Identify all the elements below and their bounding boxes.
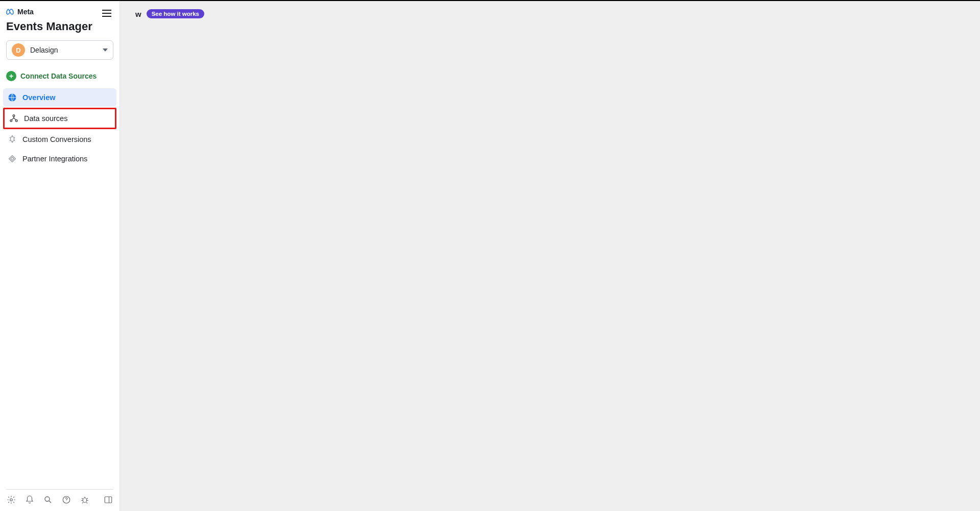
top-bar: w See how it works <box>135 9 204 18</box>
annotation-highlight-box: Data sources <box>3 108 116 129</box>
plus-icon: + <box>6 71 16 81</box>
star-badge-icon <box>7 134 17 144</box>
svg-rect-5 <box>11 157 14 160</box>
see-how-it-works-pill[interactable]: See how it works <box>147 9 204 18</box>
svg-point-9 <box>83 498 87 502</box>
meta-logo-icon <box>6 9 15 15</box>
sidebar-header: Meta Events Manager <box>0 1 119 37</box>
account-name: Delasign <box>30 46 103 54</box>
nav-list: Overview Data sources Custom Conversions <box>0 88 119 169</box>
settings-icon[interactable] <box>6 495 16 505</box>
connect-label: Connect Data Sources <box>20 72 97 80</box>
svg-rect-4 <box>9 156 16 162</box>
sidebar: Meta Events Manager D Delasign + Connect… <box>0 1 120 511</box>
svg-rect-10 <box>105 497 112 503</box>
svg-point-7 <box>45 497 50 501</box>
main-content: w See how it works <box>120 1 980 511</box>
svg-point-1 <box>13 115 15 117</box>
svg-point-3 <box>15 120 17 122</box>
nav-item-custom-conversions[interactable]: Custom Conversions <box>3 130 116 149</box>
nav-label: Custom Conversions <box>22 135 91 143</box>
diamond-icon <box>7 154 17 164</box>
svg-point-2 <box>10 120 12 122</box>
nav-item-partner-integrations[interactable]: Partner Integrations <box>3 150 116 168</box>
globe-icon <box>7 92 17 103</box>
hamburger-menu-icon[interactable] <box>102 7 114 19</box>
account-selector[interactable]: D Delasign <box>6 40 113 60</box>
brand-text: Meta <box>17 8 34 16</box>
page-title: Events Manager <box>6 20 113 33</box>
partial-header-text: w <box>135 10 141 18</box>
bell-icon[interactable] <box>25 495 35 505</box>
nav-item-overview[interactable]: Overview <box>3 88 116 107</box>
brand-row: Meta <box>6 8 113 16</box>
panel-icon[interactable] <box>103 495 113 505</box>
avatar: D <box>12 43 25 57</box>
svg-point-6 <box>10 499 13 501</box>
nav-label: Data sources <box>24 114 67 123</box>
bug-icon[interactable] <box>80 495 90 505</box>
nav-label: Partner Integrations <box>22 155 87 163</box>
help-icon[interactable] <box>61 495 71 505</box>
nav-item-data-sources[interactable]: Data sources <box>5 109 115 128</box>
chevron-down-icon <box>103 48 108 52</box>
nav-label: Overview <box>22 93 56 102</box>
search-icon[interactable] <box>43 495 53 505</box>
connect-data-sources-button[interactable]: + Connect Data Sources <box>0 67 119 88</box>
nodes-icon <box>9 113 19 124</box>
sidebar-footer <box>6 489 113 511</box>
